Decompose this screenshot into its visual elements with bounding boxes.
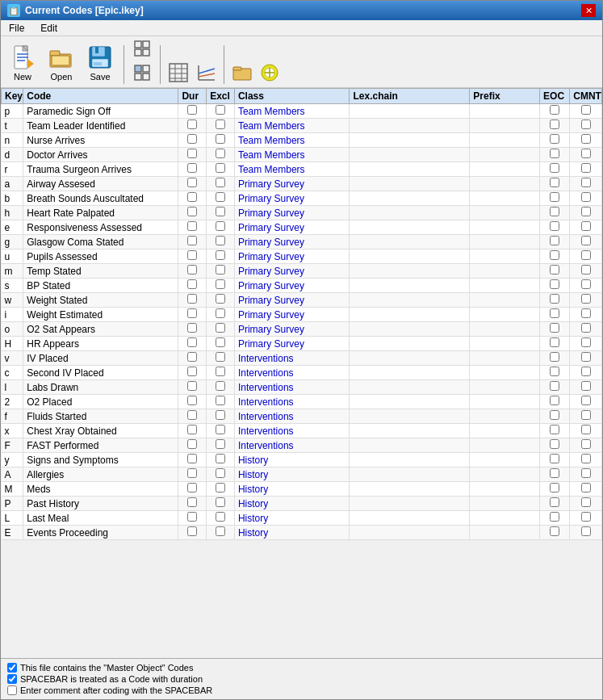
dur-checkbox[interactable] [187,454,197,463]
table-row[interactable]: c Second IV Placed Interventions [2,366,602,380]
excl-checkbox[interactable] [216,381,225,391]
excl-checkbox[interactable] [216,526,225,536]
cell-cmnt[interactable] [570,380,602,395]
table-row[interactable]: h Heart Rate Palpated Primary Survey [2,206,602,220]
table-row[interactable]: f Fluids Started Interventions [2,409,602,424]
table-row[interactable]: F FAST Performed Interventions [2,438,602,453]
cell-excl[interactable] [207,526,235,540]
cell-dur[interactable] [178,191,207,206]
spacebar-duration-checkbox[interactable] [7,674,17,684]
cmnt-checkbox[interactable] [581,483,591,493]
eoc-checkbox[interactable] [550,163,559,173]
cell-dur[interactable] [178,351,207,366]
excl-checkbox[interactable] [216,323,225,333]
cell-eoc[interactable] [540,526,570,540]
cmnt-checkbox[interactable] [581,337,591,347]
table-row[interactable]: v IV Placed Interventions [2,351,602,366]
cell-eoc[interactable] [540,249,570,264]
cell-dur[interactable] [178,293,207,308]
excl-checkbox[interactable] [216,425,225,434]
cmnt-checkbox[interactable] [581,250,591,260]
cmnt-checkbox[interactable] [581,526,591,536]
cmnt-checkbox[interactable] [581,497,591,507]
grid-btn-1[interactable] [131,37,153,60]
cell-cmnt[interactable] [570,264,602,279]
close-button[interactable]: ✕ [581,4,596,17]
table-row[interactable]: w Weight Stated Primary Survey [2,293,602,308]
excl-checkbox[interactable] [216,119,225,129]
cell-excl[interactable] [207,308,235,322]
cell-excl[interactable] [207,467,235,482]
cell-cmnt[interactable] [570,438,602,453]
cell-excl[interactable] [207,438,235,453]
menu-edit[interactable]: Edit [36,22,62,35]
dur-checkbox[interactable] [187,425,197,434]
cell-excl[interactable] [207,424,235,438]
cell-eoc[interactable] [540,308,570,322]
dur-checkbox[interactable] [187,526,197,536]
table-row[interactable]: s BP Stated Primary Survey [2,279,602,293]
dur-checkbox[interactable] [187,367,197,376]
excl-checkbox[interactable] [216,308,225,318]
table-row[interactable]: n Nurse Arrives Team Members [2,133,602,148]
table-container[interactable]: Key Code Dur Excl Class Lex.chain Prefix… [1,88,602,658]
excl-checkbox[interactable] [216,512,225,522]
cmnt-checkbox[interactable] [581,279,591,289]
cell-excl[interactable] [207,177,235,191]
cmnt-checkbox[interactable] [581,105,591,115]
cell-dur[interactable] [178,308,207,322]
dur-checkbox[interactable] [187,497,197,507]
eoc-checkbox[interactable] [550,497,559,507]
excl-checkbox[interactable] [216,178,225,187]
cmnt-checkbox[interactable] [581,236,591,245]
cell-eoc[interactable] [540,395,570,409]
cell-eoc[interactable] [540,351,570,366]
excl-checkbox[interactable] [216,134,225,144]
menu-file[interactable]: File [4,22,29,35]
eoc-checkbox[interactable] [550,207,559,216]
dur-checkbox[interactable] [187,149,197,158]
eoc-checkbox[interactable] [550,178,559,187]
cell-eoc[interactable] [540,497,570,511]
cell-eoc[interactable] [540,366,570,380]
excl-checkbox[interactable] [216,410,225,420]
table-btn[interactable] [167,61,190,84]
eoc-checkbox[interactable] [550,192,559,202]
dur-checkbox[interactable] [187,279,197,289]
cell-excl[interactable] [207,191,235,206]
excl-checkbox[interactable] [216,454,225,463]
cell-cmnt[interactable] [570,337,602,351]
dur-checkbox[interactable] [187,396,197,405]
cell-dur[interactable] [178,162,207,177]
excl-checkbox[interactable] [216,250,225,260]
eoc-checkbox[interactable] [550,265,559,275]
dur-checkbox[interactable] [187,265,197,275]
cmnt-checkbox[interactable] [581,468,591,478]
enter-comment-checkbox[interactable] [7,685,17,695]
eoc-checkbox[interactable] [550,381,559,391]
cell-eoc[interactable] [540,206,570,220]
eoc-checkbox[interactable] [550,119,559,129]
excl-checkbox[interactable] [216,192,225,202]
eoc-checkbox[interactable] [550,149,559,158]
dur-checkbox[interactable] [187,134,197,144]
eoc-checkbox[interactable] [550,323,559,333]
dur-checkbox[interactable] [187,105,197,115]
cell-excl[interactable] [207,235,235,249]
cell-cmnt[interactable] [570,104,602,119]
dur-checkbox[interactable] [187,512,197,522]
excl-checkbox[interactable] [216,279,225,289]
cmnt-checkbox[interactable] [581,425,591,434]
cell-dur[interactable] [178,453,207,467]
excl-checkbox[interactable] [216,497,225,507]
grid-btn-2[interactable] [131,61,153,84]
cell-cmnt[interactable] [570,409,602,424]
excl-checkbox[interactable] [216,207,225,216]
cmnt-checkbox[interactable] [581,352,591,362]
export-btn[interactable] [258,61,281,84]
cell-dur[interactable] [178,249,207,264]
cell-excl[interactable] [207,119,235,133]
dur-checkbox[interactable] [187,221,197,231]
eoc-checkbox[interactable] [550,410,559,420]
eoc-checkbox[interactable] [550,483,559,493]
